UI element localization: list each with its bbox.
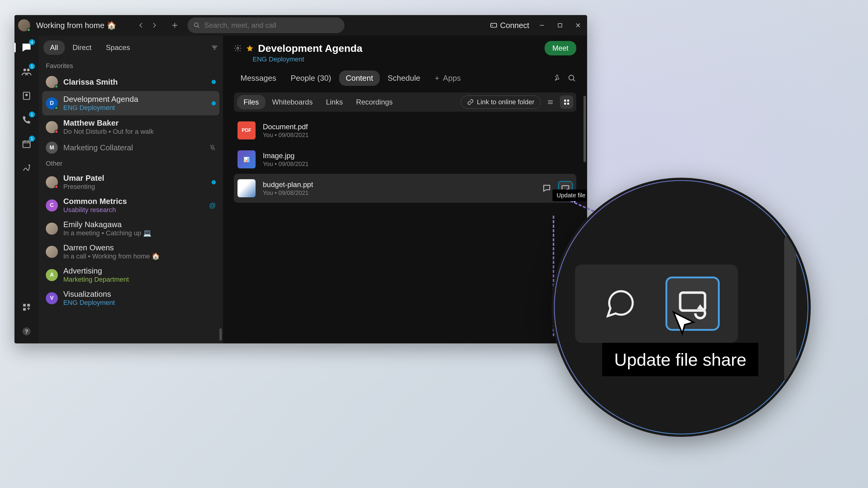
zoom-inset: Update file share — [552, 178, 811, 437]
svg-rect-20 — [567, 103, 569, 104]
sidebar-item-marketing-collateral[interactable]: M Marketing Collateral — [38, 138, 223, 157]
subtab-whiteboards[interactable]: Whiteboards — [266, 95, 319, 109]
subtab-files[interactable]: Files — [237, 95, 266, 109]
avatar — [46, 176, 58, 188]
svg-rect-18 — [567, 100, 569, 101]
image-thumb-icon: 📊 — [238, 150, 255, 168]
svg-rect-1 — [491, 24, 497, 27]
search-input[interactable] — [204, 21, 339, 30]
tab-schedule[interactable]: Schedule — [381, 70, 427, 86]
scrollbar-thumb[interactable] — [219, 328, 222, 340]
svg-rect-17 — [564, 100, 566, 101]
rail-badge: 1 — [29, 135, 35, 141]
rail-badge: 1 — [29, 111, 35, 118]
rail-calling[interactable]: 1 — [19, 113, 34, 127]
chat-action-button[interactable] — [539, 181, 554, 195]
tab-people[interactable]: People (30) — [284, 70, 338, 86]
unread-dot — [212, 101, 216, 105]
sidebar-item-common-metrics[interactable]: C Common Metrics Usability research @ — [38, 194, 223, 217]
link-icon — [467, 99, 474, 105]
favorite-icon[interactable] — [246, 44, 254, 52]
tab-apps[interactable]: +Apps — [428, 70, 467, 86]
content-subtabs: Files Whiteboards Links Recordings Link … — [234, 93, 576, 112]
status-dot-dnd — [55, 130, 58, 133]
pdf-thumb-icon: PDF — [238, 121, 255, 139]
rail-contacts[interactable] — [19, 89, 34, 103]
rail-help[interactable]: ? — [19, 324, 34, 338]
svg-rect-11 — [27, 304, 30, 307]
tab-spaces[interactable]: Spaces — [99, 40, 136, 55]
list-view-button[interactable] — [544, 96, 557, 109]
meet-button[interactable]: Meet — [545, 41, 576, 56]
favorites-header: Favorites — [38, 59, 223, 73]
zoom-cursor-icon — [669, 310, 699, 340]
rail-badge: 1 — [29, 63, 35, 69]
sidebar-item-advertising[interactable]: A Advertising Marketing Department — [38, 263, 223, 287]
avatar — [46, 246, 58, 258]
avatar — [46, 76, 58, 88]
status-dot-active — [55, 106, 58, 110]
svg-point-4 — [24, 69, 26, 71]
link-folder-button[interactable]: Link to online folder — [461, 96, 541, 109]
zoom-scrollbar — [784, 234, 796, 385]
rail-apps[interactable] — [19, 300, 34, 315]
rail-meetings[interactable]: 1 — [19, 137, 34, 151]
file-row[interactable]: 📊 Image.jpg You • 09/08/2021 — [234, 145, 576, 174]
nav-rail: 4 1 1 1 — [14, 36, 38, 344]
pin-icon[interactable] — [553, 74, 561, 83]
sidebar-item-dev-agenda[interactable]: D Development Agenda ENG Deployment — [42, 91, 219, 116]
tab-messages[interactable]: Messages — [234, 70, 283, 86]
svg-text:?: ? — [25, 328, 28, 335]
connect-button[interactable]: Connect — [490, 21, 529, 30]
sidebar-item-matthew[interactable]: Matthew Baker Do Not Disturb • Out for a… — [38, 116, 223, 138]
rail-analytics[interactable] — [19, 161, 34, 175]
maximize-button[interactable] — [555, 20, 565, 31]
file-row[interactable]: budget-plan.ppt You • 09/08/2021 Update … — [234, 174, 576, 203]
search-content-icon[interactable] — [568, 74, 576, 83]
rail-messaging[interactable]: 4 — [19, 40, 34, 55]
status-dot-presenting — [55, 185, 58, 189]
sidebar-item-umar[interactable]: Umar Patel Presenting — [38, 170, 223, 194]
svg-point-9 — [29, 164, 30, 166]
nav-back-button[interactable] — [134, 19, 148, 32]
file-row[interactable]: PDF Document.pdf You • 09/08/2021 — [234, 116, 576, 145]
user-avatar[interactable] — [18, 19, 30, 31]
sidebar-scrollbar[interactable] — [219, 36, 222, 344]
status-dot-active — [27, 28, 30, 32]
unread-dot — [212, 80, 216, 84]
new-tab-button[interactable] — [168, 19, 181, 32]
avatar: A — [46, 269, 58, 281]
close-button[interactable] — [572, 20, 584, 31]
svg-rect-12 — [23, 308, 26, 311]
scrollbar-thumb[interactable] — [584, 96, 586, 162]
zoom-chat-button[interactable] — [593, 276, 647, 331]
unread-dot — [212, 180, 216, 184]
sidebar-item-visualizations[interactable]: V Visualizations ENG Deployment — [38, 287, 223, 310]
tab-direct[interactable]: Direct — [66, 40, 98, 55]
room-title: Development Agenda — [258, 42, 362, 54]
avatar: V — [46, 292, 58, 304]
sidebar-item-emily[interactable]: Emily Nakagawa In a meeting • Catching u… — [38, 217, 223, 240]
main-panel: Development Agenda Meet ENG Deployment M… — [223, 36, 587, 344]
tab-content[interactable]: Content — [339, 70, 380, 86]
tab-all[interactable]: All — [43, 40, 65, 55]
settings-icon[interactable] — [234, 44, 242, 52]
search-bar[interactable] — [187, 18, 345, 33]
filter-icon[interactable] — [211, 44, 218, 51]
nav-forward-button[interactable] — [148, 19, 161, 32]
svg-point-7 — [25, 94, 28, 96]
status-label: Working from home 🏠 — [36, 21, 116, 30]
sidebar: All Direct Spaces Favorites Clarissa Smi… — [38, 36, 223, 344]
rail-teams[interactable]: 1 — [19, 64, 34, 79]
svg-point-5 — [27, 69, 30, 71]
tooltip: Update file share — [553, 190, 587, 201]
app-window: Working from home 🏠 Connect 4 — [14, 15, 587, 344]
muted-icon — [209, 144, 216, 151]
svg-point-2 — [492, 25, 493, 26]
sidebar-item-clarissa[interactable]: Clarissa Smith — [38, 73, 223, 91]
subtab-links[interactable]: Links — [319, 95, 349, 109]
grid-view-button[interactable] — [560, 96, 573, 109]
sidebar-item-darren[interactable]: Darren Owens In a call • Working from ho… — [38, 240, 223, 263]
minimize-button[interactable] — [536, 20, 547, 31]
subtab-recordings[interactable]: Recordings — [349, 95, 399, 109]
